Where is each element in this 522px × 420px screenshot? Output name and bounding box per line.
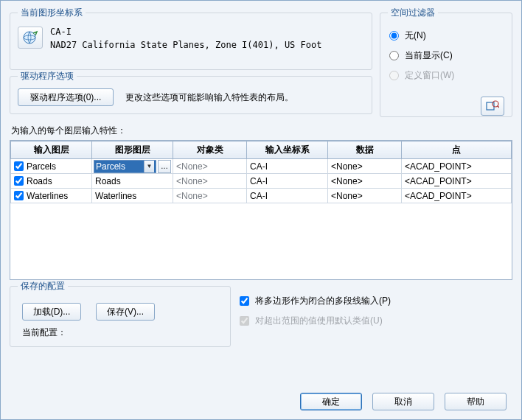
cell-object-class[interactable]: <None> [173,159,247,174]
filter-define-row: 定义窗口(W) [389,69,504,82]
dialog-content: 当前图形坐标系 CA-I NAD27 California State Plan… [10,7,512,413]
col-draw-layer[interactable]: 图形图层 [92,141,173,159]
driver-options-legend: 驱动程序选项 [18,70,77,83]
layer-table-label: 为输入的每个图层输入特性： [11,125,512,137]
globe-icon[interactable] [18,27,43,49]
input-layer-text: Waterlines [27,191,68,201]
cell-data[interactable]: <None> [328,174,402,189]
cell-object-class[interactable]: <None> [173,189,247,203]
closed-polyline-row[interactable]: 将多边形作为闭合的多段线输入(P) [240,295,512,307]
cell-point[interactable]: <ACAD_POINT> [402,174,512,189]
cell-draw-layer[interactable]: Parcels▼… [92,159,173,174]
top-row: 当前图形坐标系 CA-I NAD27 California State Plan… [10,7,512,117]
browse-layer-button[interactable]: … [158,160,171,173]
chevron-down-icon[interactable]: ▼ [144,161,154,172]
cell-data[interactable]: <None> [328,189,402,203]
coord-system-legend: 当前图形坐标系 [18,7,86,19]
filter-define-radio [389,71,399,80]
cell-input-layer[interactable]: Roads [11,174,92,189]
coord-desc: NAD27 California State Planes, Zone I(40… [50,38,364,52]
table-row[interactable]: RoadsRoads<None>CA-I<None><ACAD_POINT> [11,174,512,189]
cell-input-layer[interactable]: Parcels [11,159,92,174]
current-config-label: 当前配置： [22,326,223,339]
cell-coord-sys[interactable]: CA-I [247,159,328,174]
col-data[interactable]: 数据 [328,141,402,159]
dialog-buttons: 确定 取消 帮助 [300,393,507,410]
cell-input-layer[interactable]: Waterlines [11,189,92,203]
row-checkbox[interactable] [14,176,24,186]
col-input-layer[interactable]: 输入图层 [11,141,92,159]
input-layer-text: Roads [27,176,52,186]
filter-current-row[interactable]: 当前显示(C) [389,49,504,62]
table-row[interactable]: ParcelsParcels▼…<None>CA-I<None><ACAD_PO… [11,159,512,174]
filter-none-row[interactable]: 无(N) [389,29,504,42]
top-left-col: 当前图形坐标系 CA-I NAD27 California State Plan… [10,7,372,117]
ok-button[interactable]: 确定 [300,393,362,410]
coord-name: CA-I [50,25,364,38]
coord-system-group: 当前图形坐标系 CA-I NAD27 California State Plan… [10,7,372,70]
cell-data[interactable]: <None> [328,159,402,174]
filter-current-label: 当前显示(C) [405,49,453,62]
input-layer-text: Parcels [27,161,56,172]
cancel-button[interactable]: 取消 [372,393,434,410]
closed-polyline-checkbox[interactable] [240,296,249,306]
default-class-row: 对超出范围的值使用默认类值(U) [240,315,512,327]
saved-row: 保存的配置 加载(D)... 保存(V)... 当前配置： 将多边形作为闭合的多… [10,280,512,347]
row-checkbox[interactable] [14,161,24,171]
define-window-button[interactable] [481,97,504,116]
help-button[interactable]: 帮助 [445,393,507,410]
saved-config-group: 保存的配置 加载(D)... 保存(V)... 当前配置： [10,280,231,347]
cell-draw-layer[interactable]: Roads [92,174,173,189]
saved-buttons: 加载(D)... 保存(V)... [22,303,223,321]
cell-point[interactable]: <ACAD_POINT> [402,189,512,203]
save-button[interactable]: 保存(V)... [96,303,155,321]
default-class-label: 对超出范围的值使用默认类值(U) [255,315,383,327]
driver-options-group: 驱动程序选项 驱动程序选项(0)... 更改这些选项可能影响输入特性表的布局。 [10,70,372,114]
driver-options-button[interactable]: 驱动程序选项(0)... [18,88,114,106]
saved-config-legend: 保存的配置 [18,280,68,293]
row-checkbox[interactable] [14,191,24,200]
dialog-window: 当前图形坐标系 CA-I NAD27 California State Plan… [0,0,522,420]
coord-content: CA-I NAD27 California State Planes, Zone… [18,25,364,52]
layer-table[interactable]: 输入图层 图形图层 对象类 输入坐标系 数据 点 ParcelsParcels▼… [10,141,512,203]
driver-content: 驱动程序选项(0)... 更改这些选项可能影响输入特性表的布局。 [18,88,364,106]
driver-hint: 更改这些选项可能影响输入特性表的布局。 [125,91,293,104]
col-coord-sys[interactable]: 输入坐标系 [247,141,328,159]
coord-text: CA-I NAD27 California State Planes, Zone… [50,25,364,52]
cell-point[interactable]: <ACAD_POINT> [402,159,512,174]
table-row[interactable]: WaterlinesWaterlines<None>CA-I<None><ACA… [11,189,512,203]
filter-define-label: 定义窗口(W) [405,69,454,82]
svg-line-4 [498,106,500,108]
cell-coord-sys[interactable]: CA-I [247,174,328,189]
spatial-filter-group: 空间过滤器 无(N) 当前显示(C) 定义窗口(W) [380,7,512,117]
col-object-class[interactable]: 对象类 [173,141,247,159]
closed-polyline-label: 将多边形作为闭合的多段线输入(P) [255,295,391,307]
filter-none-radio[interactable] [389,31,399,41]
cell-coord-sys[interactable]: CA-I [247,189,328,203]
col-point[interactable]: 点 [402,141,512,159]
load-button[interactable]: 加载(D)... [22,303,81,321]
spatial-filter-legend: 空间过滤器 [388,7,438,19]
filter-none-label: 无(N) [405,29,426,42]
draw-layer-selected: Parcels [96,161,125,172]
draw-layer-dropdown[interactable]: Parcels▼ [94,160,156,173]
default-class-checkbox [240,316,249,326]
options-right: 将多边形作为闭合的多段线输入(P) 对超出范围的值使用默认类值(U) [238,280,512,347]
cell-object-class[interactable]: <None> [173,174,247,189]
top-right-col: 空间过滤器 无(N) 当前显示(C) 定义窗口(W) [380,7,512,117]
layer-table-header-row: 输入图层 图形图层 对象类 输入坐标系 数据 点 [11,141,512,159]
cell-draw-layer[interactable]: Waterlines [92,189,173,203]
layer-table-wrap: 输入图层 图形图层 对象类 输入坐标系 数据 点 ParcelsParcels▼… [10,140,512,280]
filter-current-radio[interactable] [389,51,399,60]
